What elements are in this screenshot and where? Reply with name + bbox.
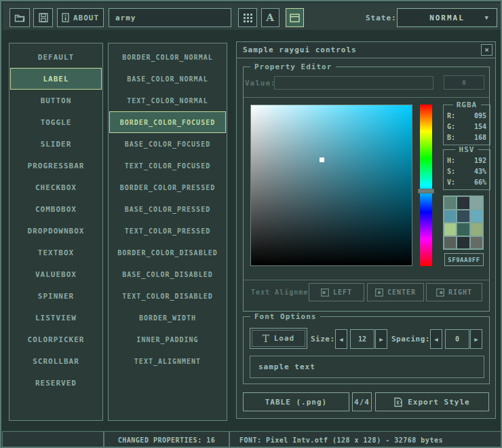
- color-swatch[interactable]: [471, 197, 482, 209]
- separator-line: [244, 280, 489, 280]
- color-swatch[interactable]: [457, 237, 469, 249]
- property-item[interactable]: BASE_COLOR_FOCUSED: [109, 133, 226, 155]
- rgba-group: RGBA R:095 G:154 B:168: [443, 105, 490, 145]
- color-swatch[interactable]: [444, 210, 456, 223]
- spacing-increment-button[interactable]: ▶: [470, 329, 482, 349]
- control-item-default[interactable]: DEFAULT: [10, 46, 102, 68]
- property-item[interactable]: TEXT_COLOR_FOCUSED: [109, 155, 226, 176]
- color-swatch[interactable]: [471, 237, 482, 249]
- color-swatch[interactable]: [457, 197, 469, 209]
- value-input[interactable]: [274, 76, 433, 90]
- property-item[interactable]: BORDER_COLOR_PRESSED: [109, 176, 226, 198]
- property-item[interactable]: INNER_PADDING: [109, 329, 226, 350]
- property-item[interactable]: BASE_COLOR_PRESSED: [109, 198, 226, 220]
- color-swatch[interactable]: [444, 197, 456, 209]
- pages-value: 4/4: [354, 398, 370, 407]
- control-item-dropdownbox[interactable]: DROPDOWNBOX: [10, 220, 102, 242]
- arrow-right-icon: ▶: [379, 336, 383, 343]
- window-title: Sample raygui controls: [243, 45, 357, 54]
- control-item-reserved[interactable]: RESERVED: [10, 372, 102, 394]
- property-item[interactable]: TEXT_COLOR_DISABLED: [109, 285, 226, 307]
- font-T-icon: T: [263, 333, 270, 345]
- align-center-button[interactable]: CENTER: [367, 283, 424, 301]
- font-load-button[interactable]: T Load: [250, 328, 307, 349]
- font-load-label: Load: [274, 334, 295, 343]
- color-swatch[interactable]: [471, 223, 482, 236]
- hue-bar[interactable]: [420, 105, 432, 266]
- table-format-button[interactable]: TABLE (.png): [243, 392, 349, 411]
- property-item[interactable]: TEXT_ALIGNMENT: [109, 350, 226, 372]
- align-center-icon: [375, 288, 383, 297]
- separator-line: [244, 97, 489, 98]
- font-mode-button[interactable]: A: [261, 8, 279, 27]
- color-panel-cursor[interactable]: [320, 157, 324, 162]
- control-item-progressbar[interactable]: PROGRESSBAR: [10, 155, 102, 176]
- hsv-group-label: HSV: [456, 145, 478, 154]
- control-item-colorpicker[interactable]: COLORPICKER: [10, 329, 102, 350]
- size-value-box[interactable]: 12: [350, 329, 374, 349]
- property-item-selected[interactable]: BORDER_COLOR_FOCUSED: [109, 111, 226, 133]
- property-item[interactable]: BASE_COLOR_DISABLED: [109, 263, 226, 285]
- control-item-toggle[interactable]: TOGGLE: [10, 111, 102, 133]
- style-name-input[interactable]: army: [109, 8, 231, 27]
- spacing-decrement-button[interactable]: ◀: [430, 329, 442, 349]
- value-button-label: 0: [462, 79, 465, 86]
- sample-controls-window: Sample raygui controls × Property Editor…: [236, 41, 496, 419]
- sample-text-box[interactable]: sample text: [250, 356, 484, 378]
- align-left-icon: [321, 288, 329, 297]
- control-item-listview[interactable]: LISTVIEW: [10, 307, 102, 329]
- window-mode-button[interactable]: [286, 8, 304, 27]
- color-swatch[interactable]: [471, 210, 482, 223]
- hue-slider-handle[interactable]: [418, 189, 434, 193]
- control-item-combobox[interactable]: COMBOBOX: [10, 198, 102, 220]
- color-swatch[interactable]: [444, 237, 456, 249]
- pages-indicator[interactable]: 4/4: [352, 392, 372, 411]
- property-item[interactable]: TEXT_COLOR_PRESSED: [109, 220, 226, 242]
- state-dropdown-value: NORMAL: [429, 14, 465, 22]
- folder-open-icon: [14, 13, 25, 22]
- align-center-label: CENTER: [387, 288, 416, 296]
- window-titlebar[interactable]: Sample raygui controls: [237, 42, 495, 58]
- size-decrement-button[interactable]: ◀: [335, 329, 347, 349]
- property-item[interactable]: BASE_COLOR_NORMAL: [109, 68, 226, 90]
- value-button[interactable]: 0: [444, 75, 484, 90]
- font-options-group: Font Options T Load Size: ◀ 12 ▶ Spacing…: [243, 316, 490, 384]
- arrow-left-icon: ◀: [434, 336, 438, 343]
- state-dropdown[interactable]: NORMAL ▼: [397, 8, 497, 27]
- align-right-button[interactable]: RIGHT: [426, 283, 482, 301]
- properties-list: BORDER_COLOR_NORMAL BASE_COLOR_NORMAL TE…: [108, 43, 227, 421]
- grid-mode-button[interactable]: [238, 8, 257, 27]
- control-item-valuebox[interactable]: VALUEBOX: [10, 263, 102, 285]
- control-item-slider[interactable]: SLIDER: [10, 133, 102, 155]
- statusbar-changed-properties: CHANGED PROPERTIES: 16: [104, 431, 229, 448]
- control-item-spinner[interactable]: SPINNER: [10, 285, 102, 307]
- control-item-textbox[interactable]: TEXTBOX: [10, 242, 102, 263]
- control-item-checkbox[interactable]: CHECKBOX: [10, 176, 102, 198]
- control-item-button[interactable]: BUTTON: [10, 90, 102, 111]
- changed-properties-text: CHANGED PROPERTIES: 16: [118, 436, 215, 444]
- font-info-text: FONT: Pixel Intv.otf (128 x 128) - 32768…: [239, 436, 443, 444]
- close-button[interactable]: ×: [481, 44, 493, 56]
- color-panel[interactable]: [250, 105, 412, 266]
- control-item-scrollbar[interactable]: SCROLLBAR: [10, 350, 102, 372]
- property-item[interactable]: BORDER_COLOR_DISABLED: [109, 242, 226, 263]
- control-item-label[interactable]: LABEL: [10, 68, 102, 90]
- open-file-button[interactable]: [9, 8, 30, 27]
- color-swatch[interactable]: [444, 223, 456, 236]
- spacing-value-box[interactable]: 0: [445, 329, 469, 349]
- property-item[interactable]: BORDER_COLOR_NORMAL: [109, 46, 226, 68]
- color-swatch[interactable]: [457, 210, 469, 223]
- size-increment-button[interactable]: ▶: [375, 329, 387, 349]
- export-style-button[interactable]: Export Style: [375, 392, 489, 411]
- style-name-value: army: [115, 14, 136, 22]
- about-button[interactable]: ABOUT: [57, 8, 104, 27]
- align-left-label: LEFT: [333, 288, 352, 296]
- hex-color-input[interactable]: 5F9AA8FF: [444, 253, 484, 266]
- color-swatch[interactable]: [457, 223, 469, 236]
- save-file-button[interactable]: [33, 8, 53, 27]
- align-left-button[interactable]: LEFT: [309, 283, 364, 301]
- property-item[interactable]: TEXT_COLOR_NORMAL: [109, 90, 226, 111]
- sample-text-value: sample text: [258, 362, 315, 371]
- spacing-label: Spacing:: [391, 329, 430, 349]
- property-item[interactable]: BORDER_WIDTH: [109, 307, 226, 329]
